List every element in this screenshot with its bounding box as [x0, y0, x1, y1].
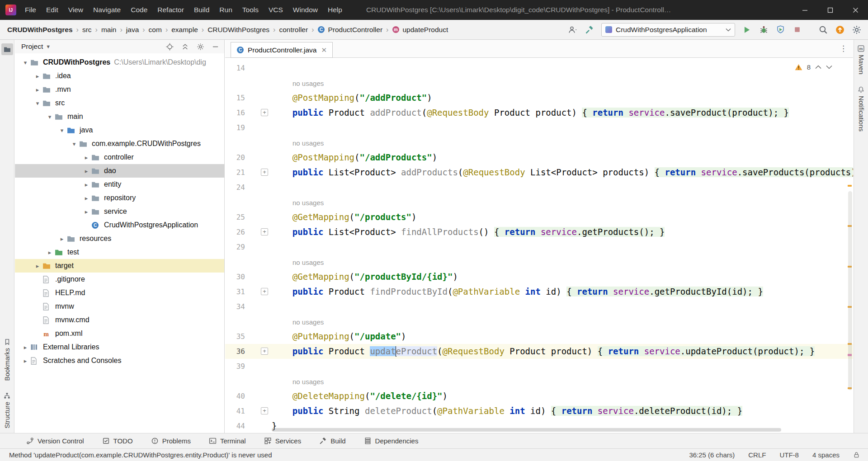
code-line-39[interactable]: 39: [225, 359, 853, 374]
tree-expanded-arrow[interactable]: ▾: [33, 100, 42, 107]
menu-edit[interactable]: Edit: [41, 0, 63, 20]
project-toolwindow-button[interactable]: [1, 43, 13, 55]
menu-help[interactable]: Help: [323, 0, 347, 20]
tree-item--mvn[interactable]: ▸.mvn: [15, 83, 224, 96]
warning-stripe-mark[interactable]: [848, 185, 852, 187]
tree-collapsed-arrow[interactable]: ▸: [81, 195, 91, 202]
inlay-hint-row[interactable]: no usages: [225, 75, 853, 90]
bookmarks-toolwindow-button[interactable]: Bookmarks: [4, 339, 11, 381]
tree-item--gitignore[interactable]: .gitignore: [15, 273, 224, 286]
notifications-toolwindow-button[interactable]: Notifications: [858, 86, 865, 132]
tab-close-icon[interactable]: ✕: [321, 46, 327, 54]
panel-settings-gear-icon[interactable]: [197, 43, 204, 51]
tree-collapsed-arrow[interactable]: ▸: [20, 344, 30, 351]
run-configuration-select[interactable]: CrudWithPostgresApplication: [601, 23, 735, 37]
toolwindow-button-services[interactable]: Services: [264, 437, 302, 445]
tree-item-java[interactable]: ▾java: [15, 123, 224, 137]
code-line-41[interactable]: 41+ public String deleteProduct(@PathVar…: [225, 404, 853, 419]
indent-setting[interactable]: 4 spaces: [812, 451, 840, 459]
tree-collapsed-arrow[interactable]: ▸: [81, 208, 91, 215]
code-line-30[interactable]: 30 @GetMapping("/productById/{id}"): [225, 269, 853, 284]
tree-item-crudwithpostgresapplication[interactable]: CCrudWithPostgresApplication: [15, 218, 224, 232]
build-hammer-icon[interactable]: [585, 25, 594, 35]
project-panel-title[interactable]: Project: [21, 42, 43, 51]
menu-run[interactable]: Run: [214, 0, 237, 20]
code-editor[interactable]: 14no usages15 @PostMapping("/addProduct"…: [225, 58, 853, 433]
tree-collapsed-arrow[interactable]: ▸: [81, 181, 91, 188]
tree-item-service[interactable]: ▸service: [15, 205, 224, 218]
code-line-31[interactable]: 31+ public Product findProductById(@Path…: [225, 284, 853, 299]
tree-item-crudwithpostgres[interactable]: ▾CRUDWithPostgresC:\Users\Limark\Desktop…: [15, 56, 224, 69]
inlay-hint-row[interactable]: no usages: [225, 195, 853, 210]
code-line-21[interactable]: 21+ public List<Product> addProducts(@Re…: [225, 165, 853, 180]
code-line-19[interactable]: 19: [225, 120, 853, 135]
run-with-coverage-button[interactable]: [775, 25, 785, 35]
settings-gear-icon[interactable]: [852, 25, 862, 35]
prev-warning-chevron-up-icon[interactable]: [815, 65, 821, 69]
toolwindow-button-terminal[interactable]: Terminal: [209, 437, 246, 445]
breadcrumb-src[interactable]: src: [82, 26, 92, 34]
tree-item-controller[interactable]: ▸controller: [15, 151, 224, 164]
code-line-35[interactable]: 35 @PutMapping("/update"): [225, 329, 853, 344]
vertical-scrollbar[interactable]: [848, 191, 852, 390]
tree-item-mvnw[interactable]: mvnw: [15, 300, 224, 313]
file-encoding[interactable]: UTF-8: [779, 451, 799, 459]
fold-expand-box[interactable]: +: [261, 228, 268, 235]
fold-expand-box[interactable]: +: [261, 407, 268, 414]
line-ending[interactable]: CRLF: [748, 451, 766, 459]
tree-expanded-arrow[interactable]: ▾: [20, 59, 30, 66]
tree-collapsed-arrow[interactable]: ▸: [33, 86, 42, 93]
tree-expanded-arrow[interactable]: ▾: [57, 127, 67, 134]
tree-collapsed-arrow[interactable]: ▸: [33, 73, 42, 80]
update-available-icon[interactable]: [835, 25, 845, 35]
code-line-29[interactable]: 29: [225, 240, 853, 254]
code-line-24[interactable]: 24: [225, 180, 853, 195]
tree-item-target[interactable]: ▸target: [15, 259, 224, 273]
code-line-16[interactable]: 16+ public Product addProduct(@RequestBo…: [225, 105, 853, 120]
debug-button[interactable]: [759, 25, 769, 35]
breadcrumb-controller[interactable]: controller: [279, 26, 308, 34]
menu-build[interactable]: Build: [189, 0, 214, 20]
tree-item-mvnw-cmd[interactable]: mvnw.cmd: [15, 313, 224, 327]
toolwindow-button-problems[interactable]: Problems: [151, 437, 191, 445]
inlay-hint-row[interactable]: no usages: [225, 374, 853, 389]
code-line-40[interactable]: 40 @DeleteMapping("/delete/{id}"): [225, 389, 853, 404]
next-warning-chevron-down-icon[interactable]: [826, 65, 832, 69]
tree-item-main[interactable]: ▾main: [15, 110, 224, 123]
tree-collapsed-arrow[interactable]: ▸: [33, 263, 42, 269]
menu-refactor[interactable]: Refactor: [152, 0, 189, 20]
code-line-25[interactable]: 25 @GetMapping("/products"): [225, 210, 853, 225]
tree-item-resources[interactable]: ▸resources: [15, 232, 224, 245]
toolwindow-button-dependencies[interactable]: Dependencies: [364, 437, 419, 445]
code-line-34[interactable]: 34: [225, 299, 853, 314]
collapse-all-icon[interactable]: [181, 43, 189, 51]
tree-item-external-libraries[interactable]: ▸External Libraries: [15, 340, 224, 354]
tree-item-test[interactable]: ▸test: [15, 245, 224, 259]
inlay-hint-row[interactable]: no usages: [225, 135, 853, 150]
close-button[interactable]: [843, 0, 868, 20]
menu-vcs[interactable]: VCS: [264, 0, 288, 20]
chevron-down-icon[interactable]: ▼: [46, 44, 51, 49]
tree-item-com-example-crudwithpostgres[interactable]: ▾com.example.CRUDWithPostgres: [15, 137, 224, 151]
breadcrumb-productcontroller[interactable]: CProductController: [317, 26, 382, 34]
tree-collapsed-arrow[interactable]: ▸: [81, 154, 91, 161]
toolwindow-button-todo[interactable]: TODO: [102, 437, 133, 445]
tree-item-src[interactable]: ▾src: [15, 96, 224, 110]
tree-collapsed-arrow[interactable]: ▸: [81, 168, 91, 174]
horizontal-scrollbar[interactable]: [272, 428, 781, 432]
menu-window[interactable]: Window: [288, 0, 323, 20]
user-icon[interactable]: [568, 25, 578, 35]
minimize-button[interactable]: [792, 0, 817, 20]
tree-item-scratches-and-consoles[interactable]: ▸Scratches and Consoles: [15, 354, 224, 367]
toolwindow-button-version-control[interactable]: Version Control: [26, 437, 84, 445]
breadcrumb-com[interactable]: com: [149, 26, 162, 34]
tree-expanded-arrow[interactable]: ▾: [69, 141, 79, 147]
tree-item-help-md[interactable]: HELP.md: [15, 286, 224, 300]
tree-item-entity[interactable]: ▸entity: [15, 178, 224, 191]
breadcrumb-updateproduct[interactable]: mupdateProduct: [392, 26, 448, 34]
code-line-14[interactable]: 14: [225, 61, 853, 75]
code-line-26[interactable]: 26+ public List<Product> findAllProducts…: [225, 225, 853, 240]
code-line-15[interactable]: 15 @PostMapping("/addProduct"): [225, 90, 853, 105]
locate-file-icon[interactable]: [166, 43, 174, 51]
fold-expand-box[interactable]: +: [261, 109, 268, 116]
